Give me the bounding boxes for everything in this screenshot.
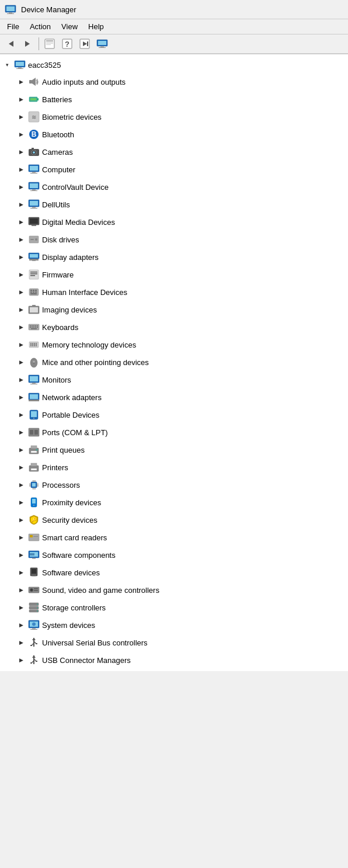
expand-arrow-bluetooth: ▶ bbox=[16, 130, 26, 139]
svg-rect-131 bbox=[33, 537, 37, 538]
tree-item-batteries[interactable]: ▶Batteries bbox=[0, 91, 348, 108]
svg-text:B: B bbox=[32, 130, 37, 138]
svg-rect-50 bbox=[30, 218, 38, 224]
tree-item-smartcard[interactable]: ▶Smart card readers bbox=[0, 529, 348, 546]
expand-arrow-memory: ▶ bbox=[16, 340, 26, 349]
icon-usb bbox=[28, 637, 40, 648]
svg-point-53 bbox=[35, 238, 37, 241]
label-softwaredevices: Software devices bbox=[42, 568, 100, 577]
svg-rect-22 bbox=[18, 67, 22, 68]
svg-rect-85 bbox=[31, 328, 37, 329]
label-printers: Printers bbox=[42, 463, 68, 472]
svg-rect-109 bbox=[31, 451, 37, 453]
menu-view[interactable]: View bbox=[57, 20, 82, 33]
label-proximity: Proximity devices bbox=[42, 498, 101, 507]
tree-item-security[interactable]: ▶🔑Security devices bbox=[0, 511, 348, 529]
expand-arrow-cameras: ▶ bbox=[16, 147, 26, 157]
svg-rect-77 bbox=[33, 325, 34, 327]
tree-item-monitors[interactable]: ▶Monitors bbox=[0, 371, 348, 388]
expand-arrow-usb: ▶ bbox=[16, 638, 26, 647]
tree-item-printers[interactable]: ▶Printers bbox=[0, 459, 348, 476]
tree-root-node[interactable]: ▾ eacc3525 bbox=[0, 57, 348, 73]
expand-arrow-usbconn: ▶ bbox=[16, 655, 26, 665]
tree-item-system[interactable]: ▶System devices bbox=[0, 616, 348, 634]
expand-arrow-system: ▶ bbox=[16, 620, 26, 630]
svg-point-126 bbox=[33, 505, 34, 506]
tree-item-bluetooth[interactable]: ▶BBluetooth bbox=[0, 126, 348, 143]
svg-rect-90 bbox=[36, 343, 37, 346]
svg-point-150 bbox=[37, 610, 38, 612]
label-storage: Storage controllers bbox=[42, 603, 106, 612]
icon-softwarecomponents bbox=[28, 549, 40, 561]
tree-item-ports[interactable]: ▶Ports (COM & LPT) bbox=[0, 423, 348, 441]
svg-marker-25 bbox=[32, 78, 36, 86]
icon-firmware bbox=[28, 269, 40, 280]
tree-item-network[interactable]: ▶Network adapters bbox=[0, 388, 348, 406]
svg-point-110 bbox=[36, 449, 38, 451]
svg-rect-113 bbox=[31, 468, 37, 470]
tree-item-firmware[interactable]: ▶Firmware bbox=[0, 266, 348, 283]
run-button[interactable] bbox=[76, 36, 93, 51]
svg-rect-153 bbox=[32, 628, 36, 629]
back-button[interactable] bbox=[2, 36, 19, 51]
tree-item-imaging[interactable]: ▶Imaging devices bbox=[0, 301, 348, 318]
forward-button[interactable] bbox=[20, 36, 36, 51]
svg-rect-73 bbox=[32, 305, 36, 307]
tree-item-audio[interactable]: ▶Audio inputs and outputs bbox=[0, 73, 348, 91]
expand-arrow-displayadapters: ▶ bbox=[16, 252, 26, 262]
svg-rect-96 bbox=[32, 383, 36, 384]
svg-rect-121 bbox=[29, 485, 31, 487]
svg-rect-82 bbox=[33, 327, 34, 328]
expand-arrow-network: ▶ bbox=[16, 393, 26, 402]
tree-item-storage[interactable]: ▶Storage controllers bbox=[0, 599, 348, 616]
svg-rect-143 bbox=[34, 588, 38, 589]
svg-rect-70 bbox=[30, 293, 37, 294]
tree-item-keyboards[interactable]: ▶Keyboards bbox=[0, 318, 348, 336]
tree-item-usbconn[interactable]: ▶USB Connector Managers bbox=[0, 651, 348, 669]
svg-rect-56 bbox=[30, 254, 38, 258]
tree-item-softwaredevices[interactable]: ▶Software devices bbox=[0, 564, 348, 581]
properties-button[interactable] bbox=[41, 36, 58, 51]
label-usbconn: USB Connector Managers bbox=[42, 656, 131, 665]
tree-item-dellutils[interactable]: ▶DellUtils bbox=[0, 196, 348, 213]
svg-rect-167 bbox=[30, 662, 32, 664]
icon-computer bbox=[28, 164, 40, 175]
svg-marker-5 bbox=[25, 41, 30, 47]
svg-rect-154 bbox=[30, 629, 37, 630]
toolbar: ? bbox=[0, 34, 348, 54]
tree-item-displayadapters[interactable]: ▶Display adapters bbox=[0, 248, 348, 266]
svg-rect-161 bbox=[30, 645, 32, 646]
menu-action[interactable]: Action bbox=[25, 20, 55, 33]
tree-item-usb[interactable]: ▶Universal Serial Bus controllers bbox=[0, 634, 348, 651]
tree-item-hid[interactable]: ▶Human Interface Devices bbox=[0, 283, 348, 301]
menu-file[interactable]: File bbox=[2, 20, 24, 33]
tree-item-diskdrives[interactable]: ▶Disk drives bbox=[0, 231, 348, 248]
svg-rect-58 bbox=[32, 261, 36, 261]
tree-item-biometric[interactable]: ▶≋Biometric devices bbox=[0, 108, 348, 126]
menu-help[interactable]: Help bbox=[83, 20, 109, 33]
tree-item-proximity[interactable]: ▶Proximity devices bbox=[0, 494, 348, 511]
tree-item-sound[interactable]: ▶Sound, video and game controllers bbox=[0, 581, 348, 599]
tree-item-digitalmedia[interactable]: ▶Digital Media Devices bbox=[0, 213, 348, 231]
label-network: Network adapters bbox=[42, 393, 102, 402]
tree-item-printqueues[interactable]: ▶Print queues bbox=[0, 441, 348, 459]
svg-rect-57 bbox=[29, 259, 39, 261]
tree-item-portable[interactable]: ▶Portable Devices bbox=[0, 406, 348, 423]
tree-item-controlvault[interactable]: ▶ControlVault Device bbox=[0, 178, 348, 196]
tree-item-softwarecomponents[interactable]: ▶Software components bbox=[0, 546, 348, 564]
svg-rect-10 bbox=[46, 44, 51, 45]
svg-rect-120 bbox=[29, 484, 31, 485]
tree-item-memory[interactable]: ▶Memory technology devices bbox=[0, 336, 348, 353]
tree-item-computer[interactable]: ▶Computer bbox=[0, 161, 348, 178]
expand-arrow-ports: ▶ bbox=[16, 428, 26, 437]
monitor-button[interactable] bbox=[94, 36, 110, 51]
svg-rect-129 bbox=[30, 535, 33, 537]
tree-item-cameras[interactable]: ▶Cameras bbox=[0, 143, 348, 161]
icon-mice bbox=[28, 356, 40, 368]
label-keyboards: Keyboards bbox=[42, 323, 78, 332]
tree-item-processors[interactable]: ▶Processors bbox=[0, 476, 348, 494]
tree-item-mice[interactable]: ▶Mice and other pointing devices bbox=[0, 353, 348, 371]
label-computer: Computer bbox=[42, 165, 75, 174]
svg-rect-119 bbox=[34, 488, 36, 489]
help-button[interactable]: ? bbox=[59, 36, 75, 51]
